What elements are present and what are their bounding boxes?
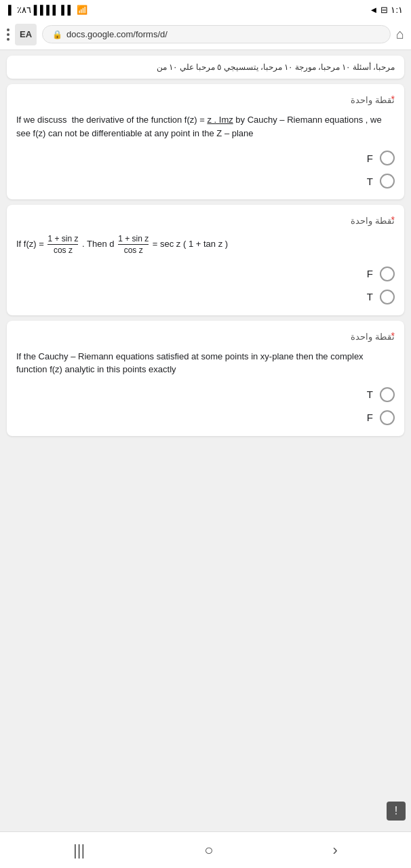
formula-container-2: If f(z) = 1 + sin z cos z . Then d 1 + s… bbox=[16, 234, 395, 256]
wifi-icon: 📶 bbox=[77, 5, 87, 15]
radio-T-3[interactable] bbox=[380, 387, 395, 402]
direction-icon: ◄ bbox=[370, 5, 378, 15]
formula-inline-1: z . Imz bbox=[207, 115, 233, 125]
option-row-F-3: F bbox=[367, 410, 395, 425]
points-label-2: نقطة واحدة bbox=[16, 216, 395, 226]
status-right: ◄ ⊟ ١:١ bbox=[370, 5, 404, 15]
radio-F-3[interactable] bbox=[380, 410, 395, 425]
points-label-3: نقطة واحدة bbox=[16, 332, 395, 342]
nav-menu-button[interactable]: ||| bbox=[73, 842, 85, 859]
menu-dots-button[interactable] bbox=[7, 28, 9, 41]
option-label-T-1: T bbox=[367, 176, 373, 187]
url-bar[interactable]: 🔒 docs.google.com/forms/d/ bbox=[42, 25, 391, 43]
option-row-T-2: T bbox=[367, 290, 395, 304]
frac2-num: 1 + sin z bbox=[118, 234, 149, 245]
derivative-d: d bbox=[109, 239, 114, 249]
time-text: ١:١ bbox=[391, 5, 403, 15]
formula-prefix-2: If f(z) = bbox=[16, 239, 46, 249]
option-row-F-2: F bbox=[367, 267, 395, 281]
browser-bar: EA 🔒 docs.google.com/forms/d/ ⌂ bbox=[0, 19, 411, 50]
question-text-1: If we discuss the derivative of the func… bbox=[16, 113, 395, 140]
tab-button[interactable]: EA bbox=[15, 24, 37, 45]
required-star-3: * bbox=[391, 330, 395, 341]
radio-T-2[interactable] bbox=[380, 290, 395, 304]
header-text: مرحبا، أسئلة ١٠ مرحبا، مورجة ١٠ مرحبا، ي… bbox=[157, 62, 395, 72]
points-label-1: نقطة واحدة bbox=[16, 95, 395, 105]
required-star-1: * bbox=[391, 94, 395, 104]
frac1-num: 1 + sin z bbox=[47, 234, 78, 245]
question-card-1: * نقطة واحدة If we discuss the derivativ… bbox=[7, 84, 404, 199]
fraction-2: 1 + sin z cos z bbox=[118, 234, 149, 256]
option-row-T-1: T bbox=[367, 174, 395, 189]
option-label-F-2: F bbox=[367, 268, 373, 279]
frac1-den: cos z bbox=[54, 245, 73, 255]
option-label-F-3: F bbox=[367, 412, 373, 423]
radio-F-1[interactable] bbox=[380, 151, 395, 165]
feedback-button[interactable]: ! bbox=[387, 802, 406, 821]
radio-T-1[interactable] bbox=[380, 174, 395, 189]
dz-text: = sec z ( 1 + tan z ) bbox=[153, 239, 228, 249]
home-button[interactable]: ⌂ bbox=[396, 26, 404, 42]
status-left: ▌ ٪٨٦ ▌▌▌▌ ▌▌ 📶 bbox=[8, 5, 87, 15]
options-1: F T bbox=[16, 151, 395, 189]
options-3: T F bbox=[16, 387, 395, 425]
option-row-T-3: T bbox=[367, 387, 395, 402]
options-2: F T bbox=[16, 267, 395, 304]
radio-F-2[interactable] bbox=[380, 267, 395, 281]
frac2-den: cos z bbox=[124, 245, 143, 255]
nav-bar: ||| ○ › bbox=[0, 831, 411, 868]
nav-back-button[interactable]: › bbox=[333, 842, 338, 859]
then-text: . Then bbox=[82, 239, 109, 249]
option-label-T-2: T bbox=[367, 291, 373, 302]
signal-text: ٪٨٦ ▌▌▌▌ ▌▌ bbox=[17, 5, 74, 15]
question-text-3: If the Cauchy – Riemann equations satisf… bbox=[16, 350, 395, 376]
option-label-F-1: F bbox=[367, 153, 373, 164]
content-area: مرحبا، أسئلة ١٠ مرحبا، مورجة ١٠ مرحبا، ي… bbox=[0, 50, 411, 831]
status-bar: ▌ ٪٨٦ ▌▌▌▌ ▌▌ 📶 ◄ ⊟ ١:١ bbox=[0, 0, 411, 19]
signal-icon2: ⊟ bbox=[380, 5, 388, 15]
lock-icon: 🔒 bbox=[52, 30, 62, 39]
option-row-F-1: F bbox=[367, 151, 395, 165]
url-text: docs.google.com/forms/d/ bbox=[66, 29, 168, 39]
question-card-2: * نقطة واحدة If f(z) = 1 + sin z cos z .… bbox=[7, 205, 404, 315]
fraction-1: 1 + sin z cos z bbox=[47, 234, 78, 256]
battery-icon: ▌ bbox=[8, 5, 14, 15]
question-card-3: * نقطة واحدة If the Cauchy – Riemann equ… bbox=[7, 321, 404, 436]
top-header-card: مرحبا، أسئلة ١٠ مرحبا، مورجة ١٠ مرحبا، ي… bbox=[7, 56, 404, 79]
nav-home-button[interactable]: ○ bbox=[204, 842, 213, 859]
option-label-T-3: T bbox=[367, 389, 373, 400]
required-star-2: * bbox=[391, 214, 395, 225]
